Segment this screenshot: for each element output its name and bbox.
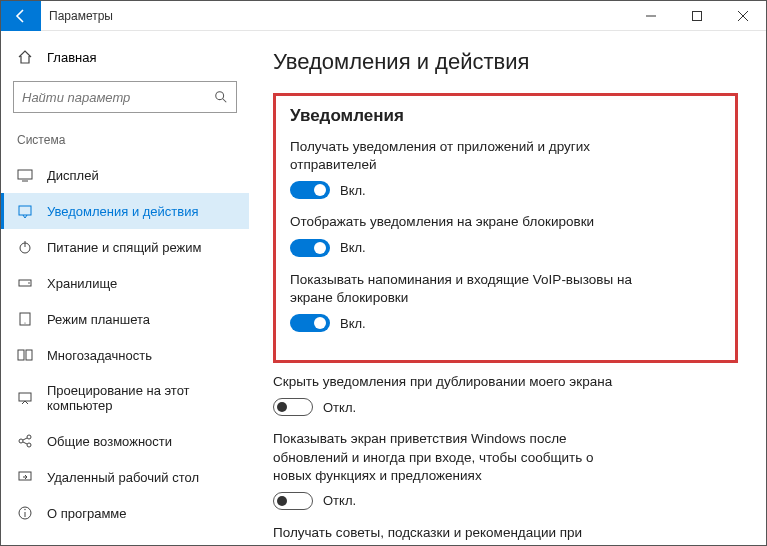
toggle-lockscreen-notifications[interactable] [290, 239, 330, 257]
setting-label: Скрыть уведомления при дублировании моег… [273, 373, 633, 391]
svg-rect-1 [693, 11, 702, 20]
sidebar-item-label: Общие возможности [47, 434, 172, 449]
svg-point-4 [216, 92, 224, 100]
sidebar-item-multitask[interactable]: Многозадачность [1, 337, 249, 373]
toggle-voip-lockscreen[interactable] [290, 314, 330, 332]
sidebar-item-label: Удаленный рабочий стол [47, 470, 199, 485]
svg-point-14 [24, 322, 25, 323]
projecting-icon [17, 390, 33, 406]
toggle-state: Вкл. [340, 183, 366, 198]
svg-point-12 [28, 282, 30, 284]
power-icon [17, 239, 33, 255]
setting-voip-lockscreen: Показывать напоминания и входящие VoIP-в… [290, 271, 650, 332]
sidebar-item-label: Хранилище [47, 276, 117, 291]
sidebar-item-shared[interactable]: Общие возможности [1, 423, 249, 459]
sidebar-item-label: Дисплей [47, 168, 99, 183]
notifications-icon [17, 203, 33, 219]
toggle-hide-duplicate[interactable] [273, 398, 313, 416]
svg-line-5 [223, 99, 227, 103]
about-icon [17, 505, 33, 521]
sidebar-item-tablet[interactable]: Режим планшета [1, 301, 249, 337]
shared-icon [17, 433, 33, 449]
sidebar-item-label: Питание и спящий режим [47, 240, 201, 255]
search-input[interactable] [22, 90, 214, 105]
home-icon [17, 49, 33, 65]
main-content: Уведомления и действия Уведомления Получ… [249, 31, 766, 545]
sidebar-item-remote[interactable]: Удаленный рабочий стол [1, 459, 249, 495]
close-icon [738, 11, 748, 21]
svg-point-19 [27, 435, 31, 439]
sidebar-section-title: Система [1, 127, 249, 157]
svg-point-20 [27, 443, 31, 447]
sidebar-item-power[interactable]: Питание и спящий режим [1, 229, 249, 265]
setting-label: Отображать уведомления на экране блокиро… [290, 213, 650, 231]
sidebar-item-about[interactable]: О программе [1, 495, 249, 531]
section-title: Уведомления [290, 106, 721, 126]
svg-rect-17 [19, 393, 31, 401]
search-box[interactable] [13, 81, 237, 113]
titlebar: Параметры [1, 1, 766, 31]
highlight-box: Уведомления Получать уведомления от прил… [273, 93, 738, 363]
setting-tips: Получать советы, подсказки и рекомендаци… [273, 524, 633, 545]
setting-label: Показывать напоминания и входящие VoIP-в… [290, 271, 650, 307]
display-icon [17, 167, 33, 183]
setting-label: Получать уведомления от приложений и дру… [290, 138, 650, 174]
storage-icon [17, 275, 33, 291]
svg-rect-16 [26, 350, 32, 360]
maximize-icon [692, 11, 702, 21]
search-icon [214, 90, 228, 104]
setting-welcome-screen: Показывать экран приветствия Windows пос… [273, 430, 633, 510]
svg-line-22 [23, 442, 27, 444]
toggle-state: Откл. [323, 493, 356, 508]
svg-rect-6 [18, 170, 32, 179]
setting-label: Получать советы, подсказки и рекомендаци… [273, 524, 633, 545]
window-title: Параметры [49, 9, 628, 23]
toggle-apps-notifications[interactable] [290, 181, 330, 199]
setting-lockscreen-notifications: Отображать уведомления на экране блокиро… [290, 213, 650, 256]
sidebar-item-storage[interactable]: Хранилище [1, 265, 249, 301]
minimize-button[interactable] [628, 1, 674, 31]
setting-apps-notifications: Получать уведомления от приложений и дру… [290, 138, 650, 199]
toggle-state: Вкл. [340, 240, 366, 255]
sidebar-item-label: Уведомления и действия [47, 204, 199, 219]
home-label: Главная [47, 50, 96, 65]
svg-point-18 [19, 439, 23, 443]
sidebar-item-label: Режим планшета [47, 312, 150, 327]
sidebar-item-label: Многозадачность [47, 348, 152, 363]
setting-hide-duplicate: Скрыть уведомления при дублировании моег… [273, 373, 633, 416]
remote-icon [17, 469, 33, 485]
sidebar-item-label: О программе [47, 506, 127, 521]
maximize-button[interactable] [674, 1, 720, 31]
toggle-state: Вкл. [340, 316, 366, 331]
close-button[interactable] [720, 1, 766, 31]
svg-rect-8 [19, 206, 31, 215]
sidebar-item-notifications[interactable]: Уведомления и действия [1, 193, 249, 229]
arrow-left-icon [13, 8, 29, 24]
toggle-state: Откл. [323, 400, 356, 415]
minimize-icon [646, 11, 656, 21]
page-title: Уведомления и действия [273, 49, 738, 75]
multitask-icon [17, 347, 33, 363]
sidebar-item-projecting[interactable]: Проецирование на этот компьютер [1, 373, 249, 423]
svg-point-26 [24, 509, 25, 510]
tablet-icon [17, 311, 33, 327]
svg-line-21 [23, 438, 27, 440]
sidebar-item-label: Проецирование на этот компьютер [47, 383, 233, 413]
back-button[interactable] [1, 1, 41, 31]
sidebar-item-display[interactable]: Дисплей [1, 157, 249, 193]
setting-label: Показывать экран приветствия Windows пос… [273, 430, 633, 485]
svg-rect-15 [18, 350, 24, 360]
toggle-welcome-screen[interactable] [273, 492, 313, 510]
home-link[interactable]: Главная [1, 41, 249, 73]
sidebar: Главная Система Дисплей Уведомления и де… [1, 31, 249, 545]
